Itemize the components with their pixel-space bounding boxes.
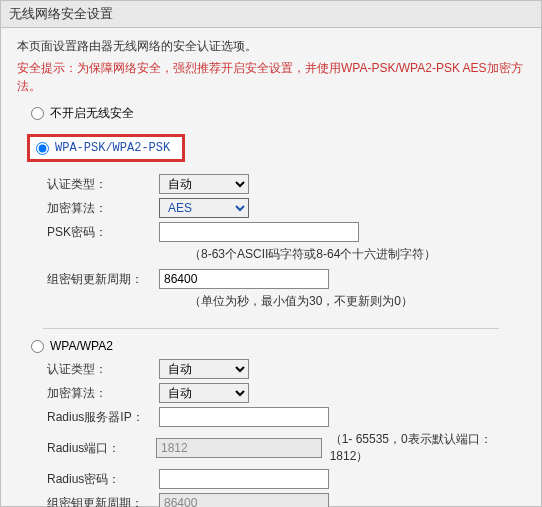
radius-ip-label: Radius服务器IP： bbox=[47, 409, 159, 426]
psk-rekey-label: 组密钥更新周期： bbox=[47, 271, 159, 288]
wpa-rekey-input[interactable] bbox=[159, 493, 329, 507]
title-bar: 无线网络安全设置 bbox=[1, 1, 541, 28]
psk-group: 认证类型： 自动 加密算法： AES PSK密码： （8-63个ASCII码字符… bbox=[47, 174, 525, 310]
wpa-algo-label: 加密算法： bbox=[47, 385, 159, 402]
radio-wpa-label: WPA/WPA2 bbox=[50, 339, 113, 353]
radius-port-input[interactable] bbox=[156, 438, 322, 458]
wpa-rekey-label: 组密钥更新周期： bbox=[47, 495, 159, 508]
radio-psk-highlight: WPA-PSK/WPA2-PSK bbox=[27, 134, 185, 162]
radius-ip-input[interactable] bbox=[159, 407, 329, 427]
radius-pwd-label: Radius密码： bbox=[47, 471, 159, 488]
radius-pwd-input[interactable] bbox=[159, 469, 329, 489]
security-warning: 安全提示：为保障网络安全，强烈推荐开启安全设置，并使用WPA-PSK/WPA2-… bbox=[17, 59, 525, 95]
radio-psk[interactable] bbox=[36, 142, 49, 155]
wpa-group: 认证类型： 自动 加密算法： 自动 Radius服务器IP： Radius端口：… bbox=[47, 359, 525, 507]
content-area: 本页面设置路由器无线网络的安全认证选项。 安全提示：为保障网络安全，强烈推荐开启… bbox=[1, 28, 541, 507]
wpa-auth-label: 认证类型： bbox=[47, 361, 159, 378]
settings-window: 无线网络安全设置 本页面设置路由器无线网络的安全认证选项。 安全提示：为保障网络… bbox=[0, 0, 542, 507]
radio-none[interactable] bbox=[31, 107, 44, 120]
wpa-algo-select[interactable]: 自动 bbox=[159, 383, 249, 403]
radio-row-wpa: WPA/WPA2 bbox=[31, 339, 525, 353]
psk-pwd-label: PSK密码： bbox=[47, 224, 159, 241]
wpa-auth-select[interactable]: 自动 bbox=[159, 359, 249, 379]
radius-port-label: Radius端口： bbox=[47, 440, 156, 457]
radio-row-none: 不开启无线安全 bbox=[31, 105, 525, 122]
psk-auth-select[interactable]: 自动 bbox=[159, 174, 249, 194]
psk-pwd-hint: （8-63个ASCII码字符或8-64个十六进制字符） bbox=[189, 246, 525, 263]
radius-port-hint: （1- 65535，0表示默认端口：1812） bbox=[330, 431, 525, 465]
radio-psk-label: WPA-PSK/WPA2-PSK bbox=[55, 141, 170, 155]
psk-rekey-input[interactable] bbox=[159, 269, 329, 289]
separator bbox=[43, 328, 499, 329]
intro-text: 本页面设置路由器无线网络的安全认证选项。 bbox=[17, 38, 525, 55]
psk-auth-label: 认证类型： bbox=[47, 176, 159, 193]
psk-rekey-hint: （单位为秒，最小值为30，不更新则为0） bbox=[189, 293, 525, 310]
psk-algo-select[interactable]: AES bbox=[159, 198, 249, 218]
radio-wpa[interactable] bbox=[31, 340, 44, 353]
psk-pwd-input[interactable] bbox=[159, 222, 359, 242]
psk-algo-label: 加密算法： bbox=[47, 200, 159, 217]
radio-none-label: 不开启无线安全 bbox=[50, 105, 134, 122]
window-title: 无线网络安全设置 bbox=[9, 6, 113, 21]
